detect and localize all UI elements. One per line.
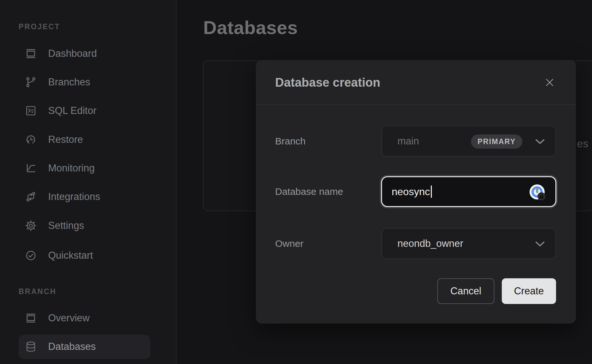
sidebar-item-sql-editor[interactable]: SQL Editor [19,99,150,123]
modal-header: Database creation [256,60,576,105]
settings-icon [24,219,37,232]
onepassword-icon[interactable] [529,184,547,202]
database-name-label: Database name [275,176,381,207]
sidebar-section-branch: BRANCH [19,287,57,296]
database-name-value: neosync [392,186,430,198]
dashboard-icon [24,47,37,60]
sidebar-item-branches[interactable]: Branches [19,70,150,94]
create-button[interactable]: Create [502,278,556,304]
chevron-down-icon [535,241,545,247]
database-name-input[interactable]: neosync [381,176,556,207]
owner-select[interactable]: neondb_owner [381,228,556,259]
sidebar-item-integrations[interactable]: Integrations [19,185,150,209]
chevron-down-icon [535,139,545,144]
primary-badge: PRIMARY [471,134,522,149]
sidebar-item-label: Databases [48,341,96,352]
quickstart-icon [24,249,37,262]
close-icon [544,77,555,89]
close-button[interactable] [542,75,557,91]
sidebar-item-label: Quickstart [48,250,93,261]
sidebar-item-label: Restore [48,134,83,145]
owner-select-value: neondb_owner [397,238,463,249]
sidebar-item-label: Settings [48,220,84,231]
text-caret [431,186,432,198]
branch-select[interactable]: main PRIMARY [381,126,556,157]
overview-icon [24,312,37,325]
sidebar-item-restore[interactable]: Restore [19,128,150,152]
sidebar-item-overview[interactable]: Overview [19,306,150,330]
sql-editor-icon [24,104,37,117]
branch-select-value: main [397,135,419,147]
clipped-card-text: es [577,137,588,150]
sidebar-item-databases[interactable]: Databases [19,335,150,359]
integrations-icon [24,190,37,203]
sidebar-item-dashboard[interactable]: Dashboard [19,42,150,66]
neon-console-screen: PROJECTDashboardBranchesSQL EditorRestor… [0,0,592,364]
database-creation-modal: Database creation Branch main PRIMARY Da… [256,60,576,324]
databases-icon [24,340,37,353]
sidebar-item-label: Monitoring [48,162,95,174]
sidebar-item-settings[interactable]: Settings [19,214,150,238]
restore-icon [24,133,37,146]
sidebar-item-label: Overview [48,312,90,324]
sidebar: PROJECTDashboardBranchesSQL EditorRestor… [0,0,177,364]
owner-label: Owner [275,228,381,259]
sidebar-item-monitoring[interactable]: Monitoring [19,156,150,180]
sidebar-item-label: Integrations [48,191,100,203]
sidebar-item-label: Dashboard [48,48,97,59]
cancel-button[interactable]: Cancel [437,278,494,304]
monitoring-icon [24,162,37,175]
page-title: Databases [203,17,298,38]
sidebar-item-quickstart[interactable]: Quickstart [19,244,150,268]
branch-label: Branch [275,126,381,157]
sidebar-section-project: PROJECT [19,22,60,31]
modal-title: Database creation [275,60,380,105]
branches-icon [24,76,37,89]
sidebar-item-label: SQL Editor [48,105,96,117]
sidebar-item-label: Branches [48,76,90,88]
